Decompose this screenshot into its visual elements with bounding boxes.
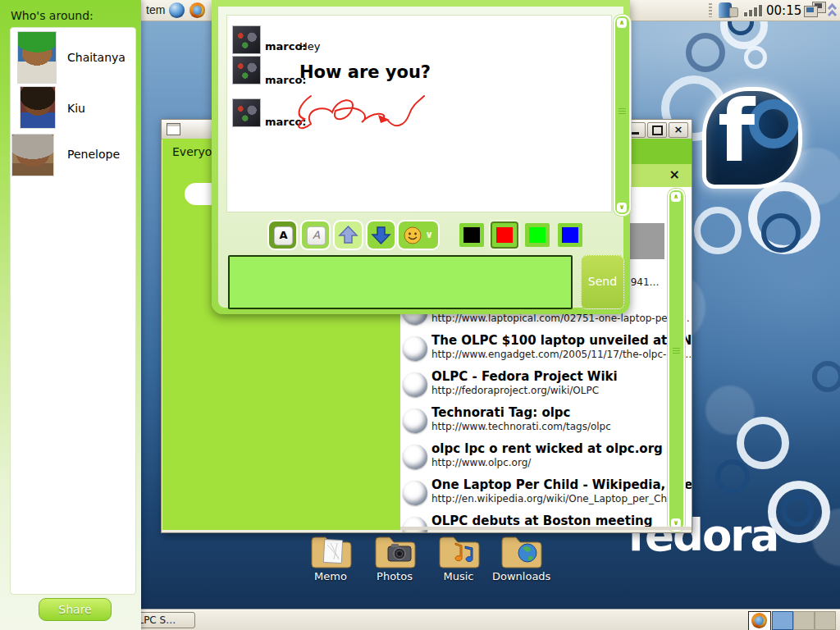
panel-collapse-chevrons-icon[interactable]	[827, 2, 838, 18]
firefox-icon	[751, 613, 767, 628]
wallpaper-ring	[694, 207, 742, 254]
fedora-infinity-loop	[749, 99, 798, 148]
buddy-name[interactable]: Penelope	[67, 148, 120, 161]
avatar-kiu[interactable]	[21, 87, 55, 128]
search-result-row[interactable]: One Laptop Per Child - Wikipedia, the f……	[400, 476, 664, 512]
desktop-icon-label: Downloads	[492, 570, 550, 582]
thunderbird-launcher-icon[interactable]	[169, 2, 185, 18]
emoticon-button[interactable]: ∨	[399, 221, 438, 249]
wallpaper-ring	[812, 361, 840, 392]
buddy-panel-title: Who's around:	[11, 9, 94, 22]
result-url: http://www.technorati.com/tags/olpc	[431, 421, 611, 432]
result-url: http://www.engadget.com/2005/11/17/the-o…	[431, 349, 692, 360]
scrollbar-grip[interactable]	[673, 348, 680, 354]
clock[interactable]: 00:15	[766, 3, 801, 18]
search-result-row[interactable]: The OLPC $100 laptop unveiled at UN … ht…	[400, 331, 664, 368]
result-title: One Laptop Per Child - Wikipedia, the f…	[431, 477, 692, 492]
message-text: Hey	[299, 40, 320, 52]
signal-strength-icon[interactable]	[758, 4, 763, 17]
color-swatch-green[interactable]	[525, 223, 550, 247]
chat-message-log[interactable]: marco: Hey marco: How are you? marco:	[226, 15, 612, 212]
avatar-penelope[interactable]	[12, 135, 53, 176]
buddy-name[interactable]: Kiu	[67, 102, 85, 115]
wallpaper-ring	[761, 213, 801, 253]
result-title: OLPC - Fedora Project Wiki	[431, 369, 618, 384]
color-swatch-black[interactable]	[459, 223, 484, 247]
close-button[interactable]: ×	[669, 122, 688, 138]
desktop-icon-label: Photos	[366, 570, 423, 582]
smiley-icon	[403, 226, 422, 245]
desktop-icon-downloads[interactable]: Downloads	[492, 533, 550, 582]
power-ups-tray-icon[interactable]	[719, 2, 732, 17]
displays-tray-icon[interactable]	[804, 2, 827, 18]
scrollbar-grip[interactable]	[619, 108, 626, 114]
system-menu-fragment[interactable]: tem	[146, 3, 165, 16]
result-title: olpc lpc o rent wicked at olpc.org	[431, 441, 663, 456]
desktop-icon-photos[interactable]: Photos	[366, 533, 423, 582]
avatar-chaitanya[interactable]	[18, 32, 56, 83]
message-avatar	[233, 26, 260, 53]
workspace-3[interactable]	[815, 611, 836, 630]
desktop-icon-label: Music	[430, 570, 487, 582]
maximize-button[interactable]	[647, 122, 667, 138]
screen: f fedora ™ Memo Photos	[0, 0, 840, 630]
down-arrow-icon	[368, 221, 395, 249]
color-swatch-red-selected[interactable]	[492, 223, 517, 247]
globe-icon	[403, 445, 427, 469]
search-result-row[interactable]: Technorati Tag: olpc http://www.technora…	[400, 404, 664, 440]
red-scribble-drawing	[293, 88, 441, 139]
sidebar-close-icon[interactable]: ×	[669, 167, 680, 182]
folder-memo-icon	[309, 533, 352, 569]
chat-scrollbar[interactable]: ∧ ∨	[614, 15, 631, 216]
tray-drag-handle[interactable]	[709, 3, 712, 17]
chat-message-input[interactable]	[228, 255, 573, 309]
workspace-2[interactable]	[793, 611, 815, 630]
search-result-row[interactable]: OLPC debuts at Boston meeting	[400, 512, 664, 533]
result-url: http://www.olpc.org/	[431, 457, 531, 468]
wallpaper-ring	[686, 33, 725, 72]
color-swatch-blue[interactable]	[558, 223, 582, 247]
italic-icon: A	[307, 226, 326, 245]
desktop-icon-label: Memo	[302, 570, 359, 582]
result-url: http://www.laptopical.com/02751-one-lapt…	[431, 313, 690, 324]
globe-icon	[403, 409, 427, 433]
firefox-launcher-icon[interactable]	[189, 2, 205, 18]
bold-button[interactable]: A	[269, 221, 296, 249]
taskbar-firefox-icon-box[interactable]	[748, 611, 771, 630]
scroll-down-icon[interactable]: ∨	[617, 203, 627, 212]
folder-photos-icon	[373, 533, 416, 569]
desktop-icon-music[interactable]: Music	[430, 533, 487, 582]
buddy-name[interactable]: Chaitanya	[67, 51, 126, 64]
workspace-1-active[interactable]	[772, 611, 793, 630]
wallpaper-ring	[715, 459, 750, 494]
chat-popup: marco: Hey marco: How are you? marco: ∧ …	[212, 0, 630, 314]
wallpaper-ring	[744, 46, 767, 69]
window-menu-icon[interactable]	[167, 123, 180, 135]
font-smaller-button[interactable]	[368, 221, 395, 249]
buddy-panel: Who's around: Chaitanya Kiu Penelope Sha…	[0, 0, 141, 630]
share-button[interactable]: Share	[39, 598, 112, 621]
send-button[interactable]: Send	[581, 255, 624, 309]
globe-icon	[403, 481, 427, 505]
italic-button[interactable]: A	[302, 221, 329, 249]
fedora-f-glyph: f	[718, 81, 755, 181]
globe-icon	[403, 336, 427, 361]
result-url: http://fedoraproject.org/wiki/OLPC	[431, 385, 599, 396]
folder-downloads-icon	[500, 533, 542, 569]
globe-icon	[403, 517, 427, 533]
trademark-symbol: ™	[768, 517, 776, 526]
font-larger-button[interactable]	[335, 221, 362, 249]
scroll-up-icon[interactable]: ∧	[671, 192, 681, 202]
fedora-logo: f	[702, 87, 802, 189]
globe-icon	[403, 372, 427, 397]
search-result-row[interactable]: olpc lpc o rent wicked at olpc.org http:…	[400, 440, 664, 476]
sidebar-scrollbar[interactable]: ∧ ∨	[668, 189, 685, 532]
search-result-row[interactable]: OLPC - Fedora Project Wiki http://fedora…	[400, 368, 664, 404]
chat-popup-body: marco: Hey marco: How are you? marco: ∧ …	[218, 7, 623, 308]
result-title: The OLPC $100 laptop unveiled at UN …	[431, 333, 692, 348]
scroll-up-icon[interactable]: ∧	[617, 18, 627, 28]
desktop-icon-memo[interactable]: Memo	[302, 533, 359, 582]
wallpaper-ring	[781, 494, 814, 527]
chevron-down-icon: ∨	[425, 229, 433, 240]
up-arrow-icon	[335, 221, 362, 249]
